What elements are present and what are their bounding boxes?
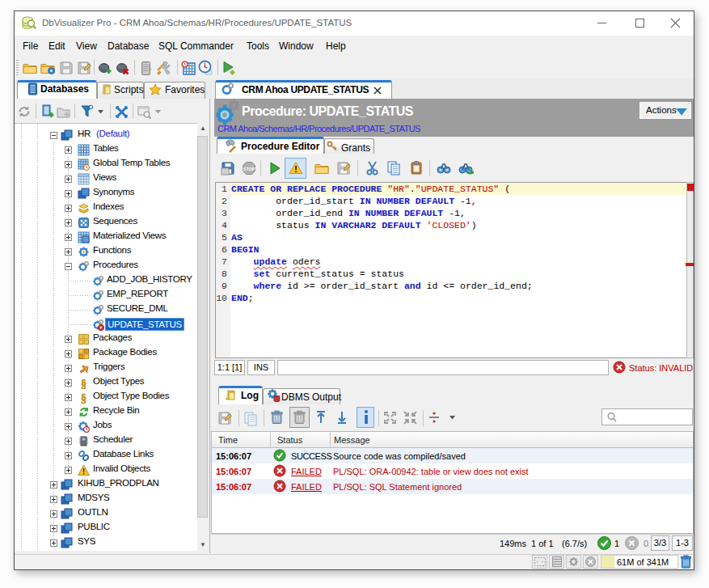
svg-text:§: §: [81, 378, 87, 390]
svg-text:§: §: [81, 392, 87, 404]
svg-text:STOP: STOP: [243, 167, 255, 171]
